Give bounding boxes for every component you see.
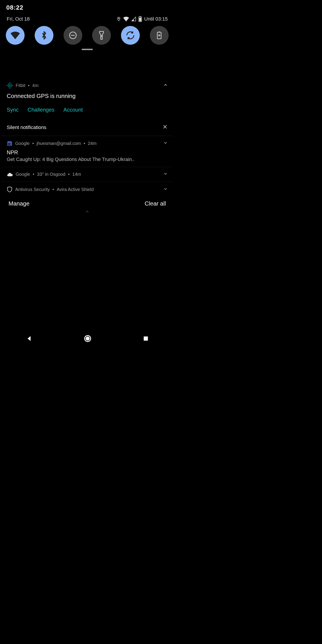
qs-tile-flashlight[interactable] [92, 26, 111, 45]
flashlight-icon [98, 31, 104, 40]
shade-footer: Manage Clear all [2, 199, 173, 207]
svg-rect-6 [140, 16, 141, 17]
battery-icon [138, 16, 142, 22]
notification-google-news[interactable]: Google • jhuesman@gmail.com • 24m NPR Ge… [2, 136, 173, 167]
collapse-icon[interactable] [163, 83, 168, 88]
silent-notifications-section: Silent notifications Google • jhuesman@g… [2, 119, 173, 197]
qs-tile-battery-saver[interactable] [150, 26, 168, 45]
notif-age: 24m [88, 141, 96, 146]
wifi-icon [10, 31, 20, 39]
home-caret-up [2, 209, 173, 215]
notif-title: Connected GPS is running [7, 92, 168, 100]
svg-rect-24 [144, 336, 148, 341]
manage-button[interactable]: Manage [8, 200, 30, 207]
dnd-icon [68, 31, 77, 40]
notif-app-name: Google [15, 141, 30, 146]
svg-rect-7 [139, 18, 141, 21]
svg-rect-12 [158, 32, 160, 32]
bluetooth-icon [41, 30, 47, 40]
nav-back-button[interactable] [26, 335, 33, 343]
shield-icon [7, 186, 12, 192]
battery-until-text: Until 03:15 [144, 16, 168, 22]
nav-home-button[interactable] [84, 334, 92, 344]
notif-app-name: Google [16, 172, 30, 177]
notification-google-weather[interactable]: Google • 33° in Osgood • 14m [2, 167, 173, 182]
expand-icon[interactable] [163, 172, 168, 177]
status-icons: Until 03:15 [116, 16, 168, 22]
svg-rect-21 [10, 143, 11, 145]
news-icon [7, 140, 12, 146]
notif-meta: Avira Active Shield [57, 187, 94, 192]
location-icon [116, 16, 121, 22]
chevron-up-icon [85, 209, 90, 214]
battery-saver-icon [156, 31, 162, 40]
notif-age: 4m [32, 83, 38, 88]
silent-header: Silent notifications [7, 124, 46, 130]
close-silent-icon[interactable] [162, 124, 168, 131]
clear-all-button[interactable]: Clear all [145, 200, 166, 207]
notification-antivirus[interactable]: Antivirus Security • Avira Active Shield [2, 182, 173, 197]
news-source: NPR [7, 149, 168, 156]
svg-point-4 [118, 18, 119, 19]
expand-icon[interactable] [163, 187, 168, 192]
notification-list: Fitbit • 4m Connected GPS is running Syn… [2, 78, 173, 215]
svg-rect-17 [8, 141, 12, 142]
notif-actions: Sync Challenges Account [7, 107, 168, 113]
cloud-icon [7, 172, 13, 177]
news-headline: Get Caught Up: 4 Big Questions About The… [7, 156, 168, 162]
autorotate-icon [126, 31, 135, 40]
notif-action-sync[interactable]: Sync [7, 107, 18, 113]
notif-app-name: Fitbit [16, 83, 25, 88]
cellular-icon [131, 16, 136, 22]
nav-recent-button[interactable] [143, 336, 149, 342]
fitbit-icon [7, 82, 13, 88]
svg-point-23 [86, 336, 90, 340]
quick-settings-panel[interactable]: Fri, Oct 18 Until 03:15 [2, 12, 173, 52]
status-bar-time: 08:22 [6, 4, 24, 11]
qs-tile-bluetooth[interactable] [35, 26, 54, 45]
notif-meta: jhuesman@gmail.com [37, 141, 81, 146]
qs-tile-wifi[interactable] [6, 26, 24, 45]
notif-age: 14m [72, 172, 81, 177]
notif-app-name: Antivirus Security [15, 187, 50, 192]
expand-icon[interactable] [163, 141, 168, 146]
notification-fitbit[interactable]: Fitbit • 4m Connected GPS is running Syn… [2, 78, 173, 118]
qs-date: Fri, Oct 18 [7, 16, 30, 22]
svg-point-10 [101, 36, 102, 36]
qs-expand-handle[interactable] [82, 49, 93, 50]
qs-tile-autorotate[interactable] [121, 26, 140, 45]
notif-action-account[interactable]: Account [63, 107, 83, 113]
wifi-status-icon [123, 16, 129, 22]
notif-meta: 33° in Osgood [37, 172, 66, 177]
navigation-bar [0, 332, 174, 346]
qs-tile-dnd[interactable] [64, 26, 82, 45]
notif-action-challenges[interactable]: Challenges [28, 107, 54, 113]
